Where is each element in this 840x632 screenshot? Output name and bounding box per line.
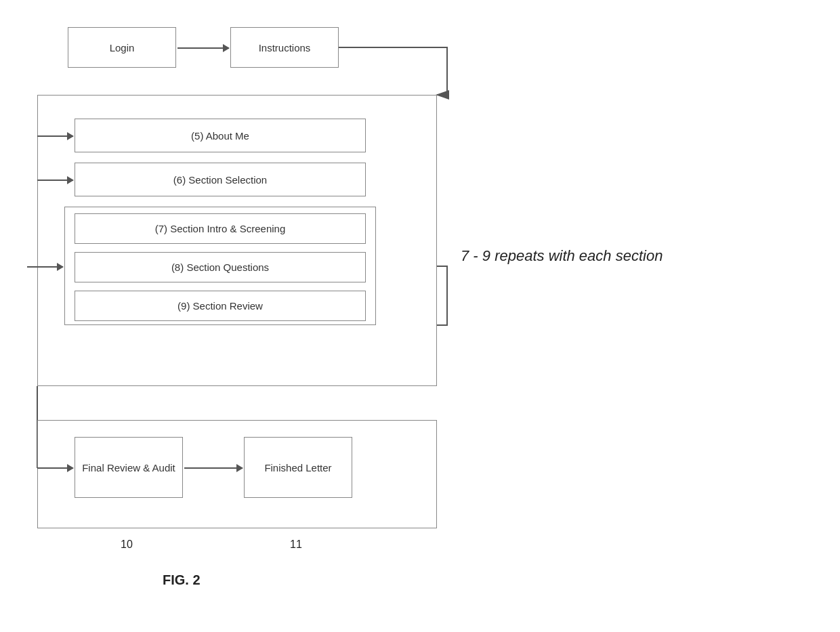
repeat-label: 7 - 9 repeats with each section: [461, 247, 663, 265]
label-10: 10: [121, 539, 133, 551]
finished-letter-box: Finished Letter: [244, 437, 352, 498]
arrow-into-final-review: [37, 467, 73, 469]
instructions-label: Instructions: [259, 42, 311, 54]
figure-label: FIG. 2: [163, 572, 201, 588]
section-review-box: (9) Section Review: [75, 291, 366, 321]
final-review-label: Final Review & Audit: [82, 462, 175, 473]
arrow-final-to-finished: [184, 467, 243, 469]
login-label: Login: [110, 42, 135, 54]
arrow-into-repeat-block: [27, 266, 63, 268]
section-selection-box: (6) Section Selection: [75, 163, 366, 196]
section-review-label: (9) Section Review: [177, 300, 263, 312]
final-review-box: Final Review & Audit: [75, 437, 183, 498]
login-box: Login: [68, 27, 176, 68]
section-intro-box: (7) Section Intro & Screening: [75, 213, 366, 244]
label-11: 11: [290, 539, 302, 551]
arrow-into-about-me: [37, 135, 73, 137]
section-questions-label: (8) Section Questions: [171, 261, 269, 273]
arrow-into-section-selection: [37, 180, 73, 181]
about-me-box: (5) About Me: [75, 119, 366, 152]
about-me-label: (5) About Me: [191, 130, 249, 142]
diagram-container: Login Instructions (5) About Me (6) Sect…: [0, 0, 840, 632]
section-questions-box: (8) Section Questions: [75, 252, 366, 282]
section-selection-label: (6) Section Selection: [173, 174, 267, 186]
instructions-box: Instructions: [230, 27, 339, 68]
arrow-login-to-instructions: [177, 47, 229, 49]
finished-letter-label: Finished Letter: [264, 462, 331, 473]
section-intro-label: (7) Section Intro & Screening: [155, 223, 286, 234]
